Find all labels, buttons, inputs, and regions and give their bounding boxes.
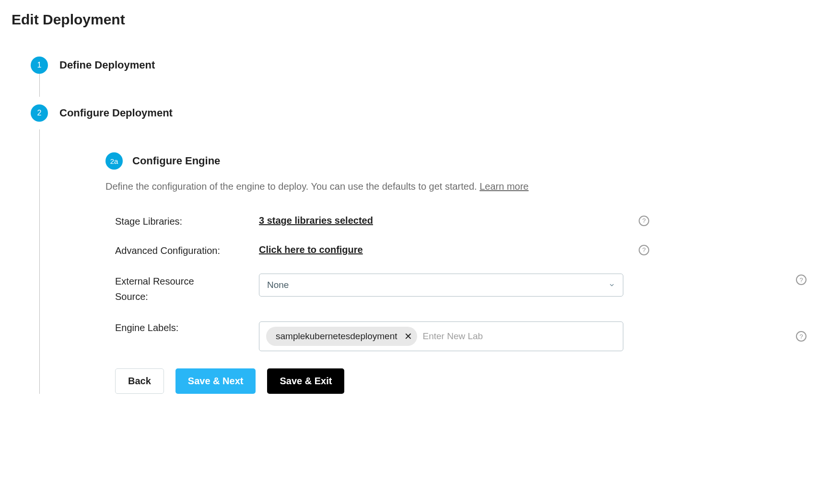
engine-labels-input[interactable] [423,331,617,342]
substep-2a: 2a Configure Engine Define the configura… [31,152,806,394]
advanced-config-label: Advanced Configuration: [115,244,259,256]
engine-labels-label: Engine Labels: [115,321,259,333]
save-next-button[interactable]: Save & Next [175,368,256,394]
row-external-resource: External Resource Source: None [115,274,806,304]
step-1[interactable]: 1 Define Deployment [31,57,806,74]
engine-labels-input-wrap[interactable]: samplekubernetesdeployment ✕ [259,321,623,351]
step-2-label: Configure Deployment [59,107,173,119]
row-advanced-config: Advanced Configuration: Click here to co… [115,244,806,256]
row-engine-labels: Engine Labels: samplekubernetesdeploymen… [115,321,806,351]
row-stage-libraries: Stage Libraries: 3 stage libraries selec… [115,215,806,227]
engine-label-tag-text: samplekubernetesdeployment [276,331,397,342]
chevron-down-icon [608,282,615,288]
external-resource-value: None [267,280,289,290]
step-connector [39,74,40,97]
help-icon[interactable]: ? [796,331,806,342]
button-row: Back Save & Next Save & Exit [105,368,806,394]
stage-libraries-link[interactable]: 3 stage libraries selected [259,215,373,226]
close-icon[interactable]: ✕ [404,331,412,342]
substep-2a-label: Configure Engine [132,155,220,167]
step-2[interactable]: 2 Configure Deployment [31,104,806,122]
external-resource-label-1: External Resource [115,274,259,289]
save-exit-button[interactable]: Save & Exit [267,368,344,394]
substep-connector [39,129,40,394]
step-2-badge: 2 [31,104,48,122]
stage-libraries-label: Stage Libraries: [115,215,259,227]
external-resource-select[interactable]: None [259,274,623,297]
substep-2a-badge: 2a [105,152,123,170]
page-title: Edit Deployment [12,11,806,28]
step-1-label: Define Deployment [59,59,155,71]
back-button[interactable]: Back [115,368,164,394]
help-icon[interactable]: ? [639,245,649,255]
learn-more-link[interactable]: Learn more [479,181,528,192]
help-icon[interactable]: ? [639,216,649,226]
wizard-stepper: 1 Define Deployment 2 Configure Deployme… [12,57,806,394]
advanced-config-link[interactable]: Click here to configure [259,244,363,255]
engine-label-tag: samplekubernetesdeployment ✕ [266,327,417,346]
substep-description: Define the configuration of the engine t… [105,181,806,192]
step-1-badge: 1 [31,57,48,74]
help-icon[interactable]: ? [796,275,806,285]
external-resource-label-2: Source: [115,289,259,304]
